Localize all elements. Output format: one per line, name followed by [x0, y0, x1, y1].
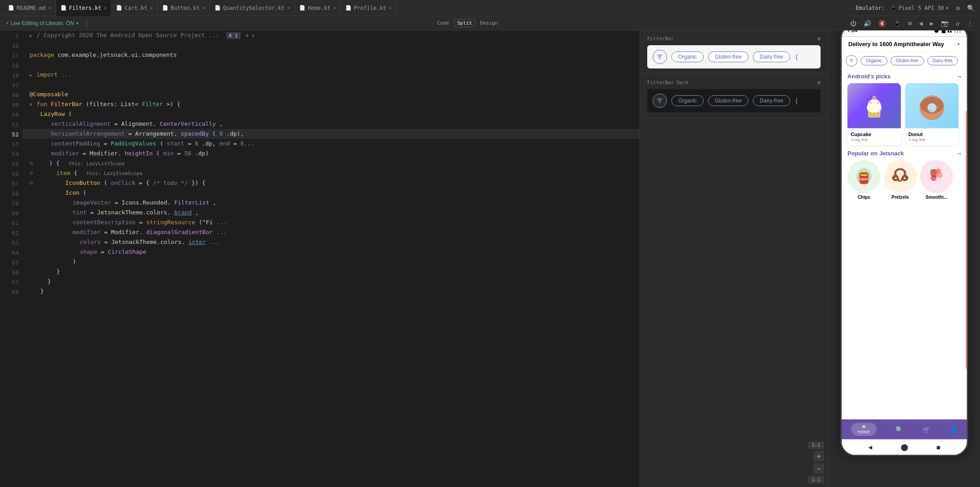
back-gesture-btn[interactable]: ◀ [868, 443, 872, 451]
nav-cart[interactable]: 🛒 [922, 425, 930, 433]
filter-icon-dark[interactable] [653, 94, 667, 108]
fold-icon[interactable]: ▶ [30, 73, 32, 77]
search-nav-icon: 🔍 [895, 425, 903, 433]
tab-home[interactable]: 📄 Home.kt ✕ [295, 0, 341, 16]
code-line-62: modifier = Modifier. diagonalGradientBor… [22, 227, 640, 237]
settings-icon[interactable]: ⚙ [954, 4, 962, 13]
close-tab-icon[interactable]: ✕ [150, 5, 153, 10]
file-icon: 📄 [345, 5, 352, 11]
close-tab-icon[interactable]: ✕ [287, 5, 290, 10]
search-icon[interactable]: 🔍 [965, 4, 976, 13]
device-selector[interactable]: 📱 Pixel 5 API 30 ▾ [890, 5, 949, 11]
nav-profile[interactable]: 👤 [949, 425, 957, 433]
chip-organic-dark[interactable]: Organic [671, 95, 704, 106]
close-tab-icon[interactable]: ✕ [104, 5, 107, 10]
chip-gluten-dark[interactable]: Gluten-free [708, 95, 748, 106]
zoom-out-button[interactable]: − [813, 463, 824, 474]
tab-bar: 📄 README.md ✕ 📄 Filters.kt ✕ 📄 Cart.kt ✕… [0, 0, 980, 16]
phone-status-bar: 7:04 ▐█ ▲▲ ||| [842, 30, 967, 37]
phone-chip-gluten[interactable]: Gluten-free [890, 56, 924, 65]
code-view-button[interactable]: Code [434, 19, 452, 27]
code-line-50: LazyRow ( [22, 109, 640, 119]
smoothie-image [920, 160, 953, 193]
popular-arrow[interactable]: → [958, 150, 961, 157]
volume-icon[interactable]: 🔊 [862, 19, 873, 28]
top-bar-right: Emulator: 📱 Pixel 5 API 30 ▾ ⚙ 🔍 [855, 4, 976, 13]
nav-home-label: HOME [857, 430, 870, 434]
tab-filters[interactable]: 📄 Filters.kt ✕ [56, 0, 112, 16]
tab-button[interactable]: 📄 Button.kt ✕ [158, 0, 210, 16]
tab-readme[interactable]: 📄 README.md ✕ [4, 0, 56, 16]
chip-gluten-light[interactable]: Gluten-free [708, 51, 748, 62]
file-icon: 📄 [215, 5, 221, 11]
line-numbers: 1 16 17 18 19 47 48 49 50 51 52 53 54 55… [0, 30, 22, 487]
phone-chip-organic[interactable]: Organic [860, 56, 887, 65]
chip-dairy-dark[interactable]: Dairy-free [753, 95, 790, 106]
svg-point-6 [934, 30, 938, 33]
resize-icon-dark[interactable]: ⊞ [817, 80, 821, 85]
close-tab-icon[interactable]: ✕ [48, 5, 51, 10]
chips-item[interactable]: CHIPS Chips [847, 160, 881, 200]
cupcake-card[interactable]: Cupcake A tag line [847, 83, 901, 145]
androids-picks-cards: Cupcake A tag line [842, 81, 967, 147]
design-view-button[interactable]: Design [477, 19, 501, 27]
nav-home[interactable]: 🏠 HOME [851, 423, 877, 436]
live-editing-toggle[interactable]: ⚡ Live Editing of Literals: ON ▾ [5, 20, 79, 26]
smoothie-item[interactable]: Smoothi... [920, 160, 953, 200]
svg-point-30 [901, 172, 903, 173]
fold-icon[interactable]: ▼ [30, 102, 32, 107]
close-tab-icon[interactable]: ✕ [202, 5, 205, 10]
chips-image: CHIPS [847, 160, 881, 193]
recent-gesture-btn[interactable]: ◼ [936, 443, 940, 451]
file-icon: 📄 [299, 5, 305, 11]
home-gesture-btn[interactable]: ⬤ [900, 443, 908, 451]
phone-filter-icon[interactable] [846, 55, 857, 67]
signal-icon: ||| [954, 30, 961, 33]
donut-card[interactable]: Donut A tag line [905, 83, 959, 145]
filter-icon-light[interactable] [653, 50, 667, 64]
delivery-bar[interactable]: Delivery to 1600 Amphitheater Way ▾ [842, 37, 967, 52]
more-icon[interactable]: ⋮ [965, 19, 975, 28]
power-icon[interactable]: ⏻ [848, 19, 858, 28]
code-line-65: ) [22, 257, 640, 267]
pretzels-item[interactable]: Pretzels [884, 160, 917, 200]
delivery-chevron[interactable]: ▾ [957, 41, 960, 47]
forward-icon[interactable]: ▶ [928, 19, 935, 28]
androids-picks-arrow[interactable]: → [958, 73, 961, 80]
more-chips-indicator: ( [795, 53, 799, 61]
zoom-in-button[interactable]: + [813, 451, 824, 461]
code-line-59: imageVector = Icons.Rounded. FilterList … [22, 198, 640, 208]
tab-quantity[interactable]: 📄 QuantitySelector.kt ✕ [210, 0, 295, 16]
battery-icon: ▐█ [940, 30, 945, 33]
cupcake-image [847, 83, 901, 128]
file-icon: 📄 [116, 5, 122, 11]
phone-nav-bar: 🏠 HOME 🔍 🛒 👤 [842, 419, 967, 439]
close-tab-icon[interactable]: ✕ [389, 5, 391, 10]
code-line-48: @Composable [22, 90, 640, 99]
code-line-16 [22, 40, 640, 50]
resize-icon[interactable]: ⊞ [817, 36, 821, 42]
phone-frame: 7:04 ▐█ ▲▲ ||| Delivery to 1600 Amphithe… [840, 30, 968, 456]
refresh-icon[interactable]: ↺ [954, 19, 961, 28]
close-tab-icon[interactable]: ✕ [333, 5, 336, 10]
back-icon[interactable]: ◀ [917, 19, 924, 28]
chip-dairy-light[interactable]: Dairy-free [753, 51, 790, 62]
file-icon: 📄 [8, 5, 14, 11]
tablet-icon[interactable]: ⊞ [906, 19, 913, 28]
camera-icon[interactable]: 📷 [939, 19, 950, 28]
phone-icon[interactable]: 📱 [891, 19, 903, 28]
tab-profile[interactable]: 📄 Profile.kt ✕ [341, 0, 396, 16]
chip-organic-light[interactable]: Organic [671, 51, 704, 62]
preview-label-dark: FilterBar Dark ⊞ [647, 80, 821, 85]
chip-row: Organic Gluten-free Dairy-free [842, 52, 967, 70]
code-editor[interactable]: ▶ / Copyright 2020 The Android Open Sour… [22, 30, 640, 487]
phone-chip-dairy[interactable]: Dairy-free [927, 56, 958, 65]
chevron-down-icon: ▾ [76, 20, 79, 26]
tab-cart[interactable]: 📄 Cart.kt ✕ [112, 0, 158, 16]
nav-search[interactable]: 🔍 [895, 425, 903, 433]
split-view-button[interactable]: Split [454, 19, 475, 27]
wifi-icon: ▲▲ [947, 30, 952, 33]
fold-icon[interactable]: ▶ [30, 33, 32, 38]
mute-icon[interactable]: 🔇 [877, 19, 888, 28]
code-line-55: ⊙ ) { this: LazyListScope [22, 158, 640, 168]
